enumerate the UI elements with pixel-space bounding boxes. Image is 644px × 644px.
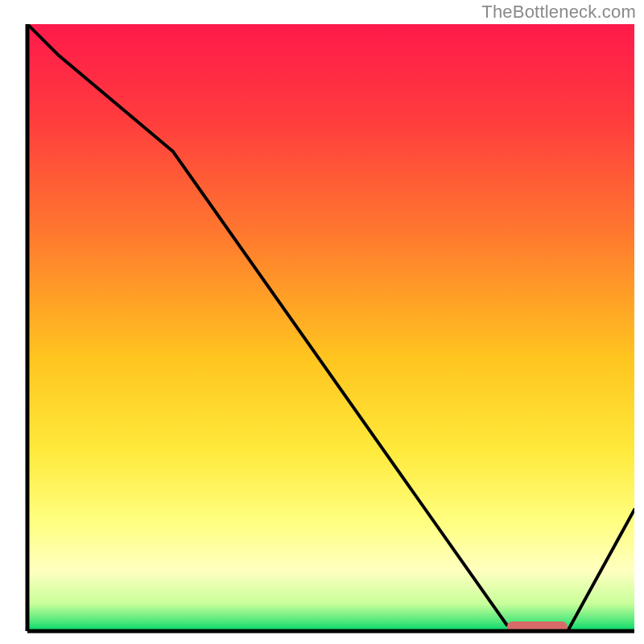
bottleneck-chart [0,0,644,644]
plot-area [27,24,634,633]
chart-container: TheBottleneck.com [0,0,644,644]
watermark-text: TheBottleneck.com [481,2,636,23]
gradient-background [27,24,634,631]
